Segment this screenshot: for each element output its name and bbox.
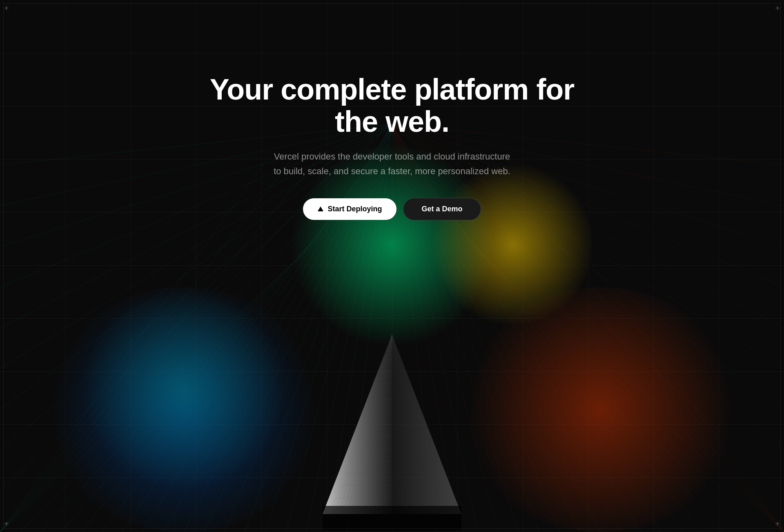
hero-title: Your complete platform for the web. bbox=[208, 73, 576, 138]
hero-subtitle-line2: to build, scale, and secure a faster, mo… bbox=[274, 166, 510, 176]
start-deploying-label: Start Deploying bbox=[327, 205, 382, 213]
vercel-triangle-icon bbox=[318, 206, 323, 211]
hero-subtitle: Vercel provides the developer tools and … bbox=[274, 149, 510, 178]
get-demo-button[interactable]: Get a Demo bbox=[403, 198, 481, 220]
hero-subtitle-line1: Vercel provides the developer tools and … bbox=[274, 151, 510, 162]
cta-buttons-group: Start Deploying Get a Demo bbox=[303, 198, 481, 220]
start-deploying-button[interactable]: Start Deploying bbox=[303, 198, 396, 220]
get-demo-label: Get a Demo bbox=[421, 205, 462, 213]
hero-section: Your complete platform for the web. Verc… bbox=[0, 0, 784, 532]
